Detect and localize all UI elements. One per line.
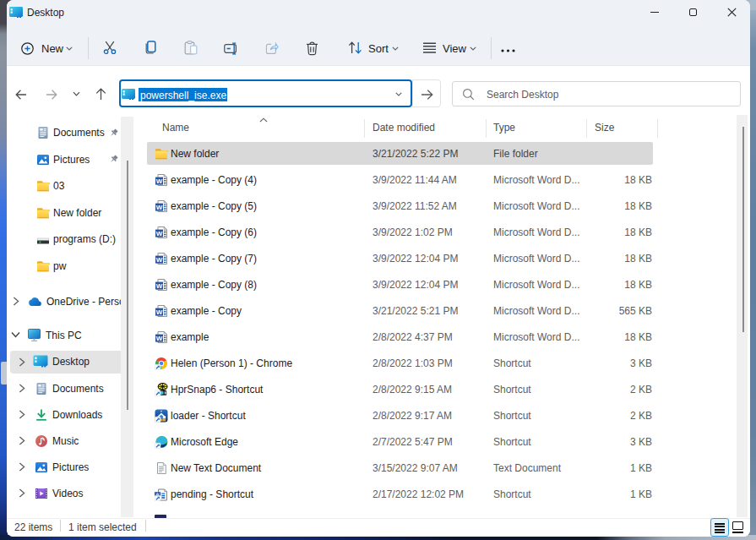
svg-text:W: W	[156, 334, 163, 341]
svg-text:W: W	[156, 177, 163, 184]
svg-text:W: W	[156, 255, 163, 263]
svg-text:W: W	[156, 203, 163, 210]
svg-text:W: W	[156, 229, 163, 237]
svg-text:W: W	[156, 308, 163, 315]
svg-text:W: W	[156, 281, 163, 289]
